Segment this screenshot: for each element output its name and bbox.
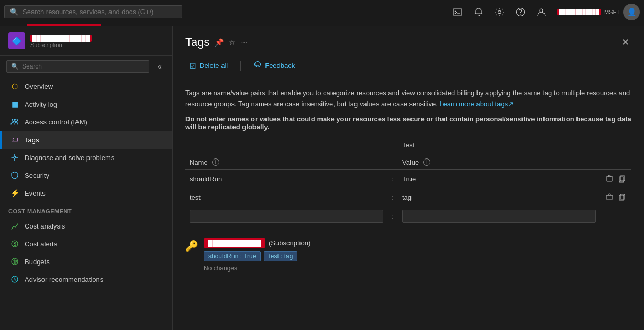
tag-value-cell-2: tag	[398, 188, 600, 207]
sidebar-search-row: 🔍 «	[0, 56, 172, 77]
sidebar-subtitle: Subscription	[30, 42, 92, 48]
sidebar-header: 🔷 ██████████████ Subscription	[0, 26, 172, 56]
warning-paragraph: Do not enter names or values that could …	[185, 115, 631, 131]
learn-more-link[interactable]: Learn more about tags↗	[439, 100, 514, 108]
svg-rect-0	[453, 9, 462, 15]
sidebar-search-input[interactable]	[22, 63, 145, 70]
resource-redacted-name: ████████████	[204, 238, 265, 248]
copy-tag-2-button[interactable]	[617, 191, 627, 203]
cost-alerts-icon: $	[10, 239, 19, 248]
delete-all-button[interactable]: ☑ Delete all	[185, 60, 232, 72]
cost-analysis-label: Cost analysis	[25, 222, 65, 230]
resource-type: (Subscription)	[269, 239, 310, 247]
user-area[interactable]: ████████████ MSFT 👤	[557, 4, 640, 20]
access-control-icon	[10, 117, 19, 127]
svg-point-5	[540, 9, 543, 12]
feedback-icon	[253, 61, 262, 71]
person-icon[interactable]	[532, 3, 551, 21]
name-info-icon[interactable]: i	[212, 158, 219, 166]
tag-actions-2	[600, 188, 631, 207]
separator-new: :	[387, 207, 398, 226]
delete-tag-2-button[interactable]	[604, 191, 615, 203]
sidebar-item-tags[interactable]: 🏷 Tags	[0, 131, 172, 149]
content-body: Tags are name/value pairs that enable yo…	[173, 77, 644, 330]
table-row: test : tag	[185, 188, 631, 207]
delete-all-label: Delete all	[199, 62, 228, 70]
sidebar-title: ██████████████	[30, 34, 92, 42]
sidebar-item-cost-alerts[interactable]: $ Cost alerts	[0, 235, 172, 253]
close-button[interactable]: ✕	[619, 35, 631, 50]
sidebar-item-cost-analysis[interactable]: Cost analysis	[0, 217, 172, 235]
sidebar-item-diagnose[interactable]: Diagnose and solve problems	[0, 149, 172, 166]
overview-icon: ⬡	[10, 82, 19, 91]
svg-point-13	[255, 62, 261, 67]
tag-name-cell-1: shouldRun	[185, 169, 387, 188]
sidebar: 🔷 ██████████████ Subscription 🔍 « ⬡ Over…	[0, 26, 173, 330]
sidebar-search[interactable]: 🔍	[6, 60, 149, 73]
tag-value-input-cell[interactable]	[398, 207, 600, 226]
collapse-sidebar-btn[interactable]: «	[153, 60, 166, 73]
svg-point-6	[12, 119, 15, 122]
cost-analysis-icon	[10, 221, 19, 231]
separator-1: :	[387, 169, 398, 188]
tag-name-input-cell[interactable]	[185, 207, 387, 226]
resource-name-row: ████████████ (Subscription)	[204, 238, 310, 248]
sidebar-title-area: ██████████████ Subscription	[30, 34, 92, 48]
separator-2: :	[387, 188, 398, 207]
resource-tag-chip-1: test : tag	[264, 251, 297, 261]
tags-label: Tags	[25, 136, 39, 144]
resource-key-icon: 🔑	[185, 240, 198, 252]
user-name-badge: ████████████	[557, 9, 602, 15]
question-icon[interactable]	[511, 3, 530, 21]
svg-rect-14	[607, 177, 612, 181]
new-tag-value-input[interactable]	[402, 210, 596, 223]
sidebar-item-security[interactable]: Security	[0, 166, 172, 184]
budgets-label: Budgets	[25, 258, 50, 266]
resource-tags-row: shouldRun : True test : tag	[204, 251, 310, 261]
copy-tag-1-button[interactable]	[617, 173, 627, 185]
events-icon: ⚡	[10, 188, 19, 198]
feedback-button[interactable]: Feedback	[249, 59, 299, 73]
tag-name-cell-2: test	[185, 188, 387, 207]
gear-icon[interactable]	[490, 3, 509, 21]
topbar: 🔍 ████████████ MSFT 👤	[0, 0, 644, 24]
header-action-row: ☑ Delete all Feedback	[185, 54, 631, 77]
svg-point-4	[520, 14, 521, 15]
delete-tag-1-button[interactable]	[604, 173, 615, 185]
sidebar-item-access-control[interactable]: Access control (IAM)	[0, 113, 172, 131]
access-control-label: Access control (IAM)	[25, 118, 87, 126]
table-row: shouldRun : True	[185, 169, 631, 188]
favorite-button[interactable]: ☆	[229, 38, 236, 47]
separator-header	[387, 155, 398, 170]
user-avatar[interactable]: 👤	[623, 4, 640, 20]
feedback-label: Feedback	[265, 62, 295, 70]
terminal-icon[interactable]	[448, 3, 467, 21]
activity-log-icon: ▦	[10, 99, 19, 109]
diagnose-icon	[10, 153, 19, 162]
activity-log-label: Activity log	[25, 100, 57, 108]
sidebar-item-activity-log[interactable]: ▦ Activity log	[0, 95, 172, 113]
value-info-icon[interactable]: i	[423, 158, 430, 166]
svg-point-7	[15, 119, 18, 122]
value-column-header: Value i	[398, 155, 600, 170]
advisor-label: Advisor recommendations	[25, 276, 103, 283]
more-options-button[interactable]: ···	[241, 38, 247, 47]
delete-all-icon: ☑	[190, 62, 196, 70]
description-paragraph: Tags are name/value pairs that enable yo…	[185, 88, 631, 110]
resource-row: 🔑 ████████████ (Subscription) shouldRun …	[185, 238, 631, 272]
security-label: Security	[25, 172, 49, 179]
sidebar-item-advisor[interactable]: Advisor recommendations	[0, 270, 172, 288]
pin-button[interactable]: 📌	[215, 38, 224, 47]
topbar-search[interactable]: 🔍	[4, 5, 182, 18]
budgets-icon	[10, 257, 19, 266]
new-tag-name-input[interactable]	[190, 210, 383, 223]
topbar-search-input[interactable]	[23, 8, 176, 16]
sidebar-item-events[interactable]: ⚡ Events	[0, 184, 172, 202]
content-header: Tags 📌 ☆ ··· ✕ ☑ Delete all Feedback	[173, 26, 644, 77]
tags-section-title: Text	[185, 141, 631, 149]
bell-icon[interactable]	[469, 3, 488, 21]
sidebar-item-overview[interactable]: ⬡ Overview	[0, 77, 172, 95]
advisor-icon	[10, 275, 19, 284]
sidebar-item-budgets[interactable]: Budgets	[0, 253, 172, 270]
no-changes-status: No changes	[204, 265, 310, 272]
